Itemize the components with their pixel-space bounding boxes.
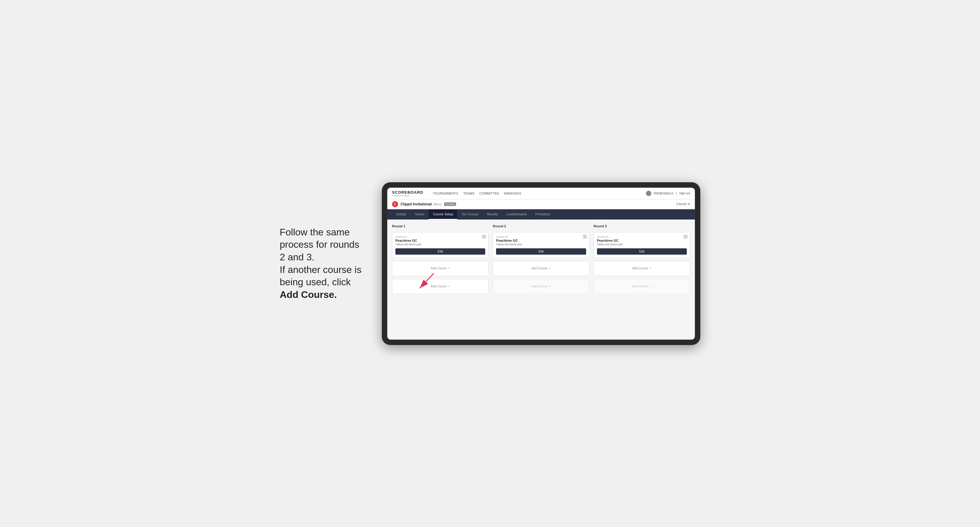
round-1-add-course-2-plus: + [448, 284, 450, 289]
round-1-course-1-card: (Course A) Peachtree GC Yellow (M) (6629… [392, 232, 488, 258]
instruction-panel: Follow the same process for rounds 2 and… [280, 226, 364, 301]
content-area: Round 1 (Course A) Peachtree GC Yellow (… [387, 219, 695, 340]
round-2-course-1-name: Peachtree GC [496, 239, 586, 242]
round-2-course-1-label: (Course A) [496, 235, 586, 238]
round-3-add-course-2-text: Add Course [632, 285, 648, 288]
round-2-add-course-2-plus: + [549, 284, 551, 289]
round-2-column: Round 2 (Course A) Peachtree GC Yellow (… [493, 224, 589, 294]
sign-out-link[interactable]: Sign out [679, 192, 690, 195]
round-1-course-1-name: Peachtree GC [395, 239, 485, 242]
tab-course-setup[interactable]: Course Setup [429, 209, 457, 219]
round-3-course-1-name: Peachtree GC [597, 239, 687, 242]
tab-tee-groups[interactable]: Tee Groups [457, 209, 483, 219]
cancel-button[interactable]: Cancel ✕ [676, 202, 690, 206]
round-2-add-course-1[interactable]: Add Course + [493, 261, 589, 276]
tab-results[interactable]: Results [483, 209, 502, 219]
round-3-course-1-detail: Yellow (M) (6629 yds) [597, 243, 687, 246]
powered-by: Powered by clippd [392, 195, 423, 197]
round-2-add-course-2: Add Course + [493, 279, 589, 294]
round-1-course-1-edit-button[interactable]: Edit [395, 248, 485, 255]
tournament-title: Clippd Invitational [401, 202, 432, 206]
user-email: blair@clippd.io [654, 192, 674, 195]
round-2-course-1-edit-button[interactable]: Edit [496, 248, 586, 255]
round-1-course-1-wrapper: (Course A) Peachtree GC Yellow (M) (6629… [392, 232, 488, 258]
round-2-add-course-1-text: Add Course [531, 267, 547, 270]
tab-printables[interactable]: Printables [531, 209, 554, 219]
hosting-badge: Hosting [444, 202, 457, 206]
page-wrapper: Follow the same process for rounds 2 and… [280, 182, 700, 345]
tab-bar: Details Teams Course Setup Tee Groups Re… [387, 209, 695, 219]
user-avatar [646, 190, 651, 196]
clippd-icon: C [392, 201, 398, 207]
nav-tournaments[interactable]: TOURNAMENTS [433, 190, 458, 196]
round-3-course-1-label: (Course A) [597, 235, 687, 238]
round-3-add-course-2-plus: + [649, 284, 651, 289]
round-3-title: Round 3 [593, 224, 690, 228]
tablet-frame: SCOREBOARD Powered by clippd TOURNAMENTS… [382, 182, 700, 345]
round-1-add-course-2[interactable]: Add Course + [392, 279, 488, 294]
round-1-add-course-1-plus: + [448, 267, 450, 271]
round-3-course-1-delete-button[interactable]: ○ [684, 235, 688, 239]
nav-teams[interactable]: TEAMS [463, 190, 475, 196]
sub-header: C Clippd Invitational (Men) Hosting Canc… [387, 199, 695, 209]
round-2-add-course-2-text: Add Course [531, 285, 547, 288]
round-3-add-course-1[interactable]: Add Course + [593, 261, 690, 276]
round-3-column: Round 3 (Course A) Peachtree GC Yellow (… [593, 224, 690, 294]
round-2-course-1-wrapper: (Course A) Peachtree GC Yellow (M) (6629… [493, 232, 589, 258]
round-2-add-course-1-plus: + [549, 267, 551, 271]
round-1-course-1-label: (Course A) [395, 235, 485, 238]
round-1-add-course-1[interactable]: Add Course + [392, 261, 488, 276]
pipe: | [676, 192, 677, 195]
rounds-grid: Round 1 (Course A) Peachtree GC Yellow (… [392, 224, 690, 294]
round-1-course-1-delete-button[interactable]: ○ [482, 235, 486, 239]
round-2-course-1-detail: Yellow (M) (6629 yds) [496, 243, 586, 246]
round-2-course-1-card: (Course A) Peachtree GC Yellow (M) (6629… [493, 232, 589, 258]
instruction-bold: Add Course. [280, 289, 337, 300]
tab-teams[interactable]: Teams [411, 209, 429, 219]
round-1-column: Round 1 (Course A) Peachtree GC Yellow (… [392, 224, 488, 294]
tab-leaderboards[interactable]: Leaderboards [502, 209, 531, 219]
nav-committee[interactable]: COMMITTEE [479, 190, 499, 196]
round-3-course-1-card: (Course A) Peachtree GC Yellow (M) (6629… [593, 232, 690, 258]
round-3-course-1-wrapper: (Course A) Peachtree GC Yellow (M) (6629… [593, 232, 690, 258]
round-2-title: Round 2 [493, 224, 589, 228]
round-1-title: Round 1 [392, 224, 488, 228]
scoreboard-logo: SCOREBOARD Powered by clippd [392, 190, 423, 197]
nav-rankings[interactable]: RANKINGS [504, 190, 521, 196]
nav-links: TOURNAMENTS TEAMS COMMITTEE RANKINGS [433, 190, 640, 196]
round-1-add-course-2-text: Add Course [431, 285, 447, 288]
round-1-course-1-detail: Yellow (M) (6629 yds) [395, 243, 485, 246]
tournament-suffix: (Men) [433, 202, 442, 206]
round-1-add-course-1-text: Add Course [431, 267, 447, 270]
tablet-screen: SCOREBOARD Powered by clippd TOURNAMENTS… [387, 188, 695, 340]
round-3-add-course-1-plus: + [649, 267, 651, 271]
tab-details[interactable]: Details [392, 209, 411, 219]
top-nav: SCOREBOARD Powered by clippd TOURNAMENTS… [387, 188, 695, 199]
round-3-course-1-edit-button[interactable]: Edit [597, 248, 687, 255]
logo-text: SCOREBOARD [392, 190, 423, 195]
round-3-add-course-1-text: Add Course [632, 267, 648, 270]
nav-right: blair@clippd.io | Sign out [646, 190, 690, 196]
instruction-line1: Follow the same process for rounds 2 and… [280, 227, 361, 300]
round-3-add-course-2: Add Course + [593, 279, 690, 294]
round-2-course-1-delete-button[interactable]: ○ [583, 235, 587, 239]
